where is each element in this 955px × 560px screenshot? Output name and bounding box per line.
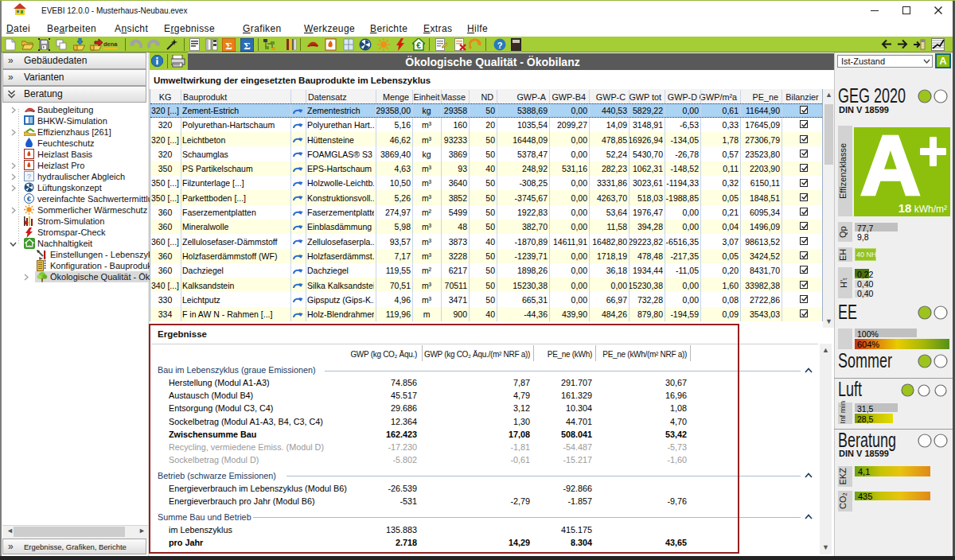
svg-text:€: € <box>416 41 421 50</box>
svg-text:?: ? <box>27 173 31 181</box>
svg-text:Σ: Σ <box>225 40 232 52</box>
svg-text:€: € <box>27 194 32 203</box>
svg-text:?: ? <box>497 41 503 50</box>
svg-text:Σ: Σ <box>244 40 251 52</box>
